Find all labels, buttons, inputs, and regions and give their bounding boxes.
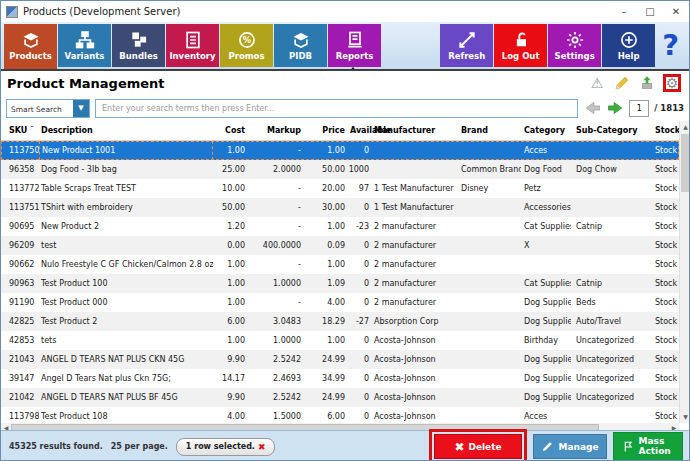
toolbar-button-variants[interactable]: Variants	[58, 24, 111, 67]
toolbar-button-log-out[interactable]: Log Out	[494, 24, 547, 67]
column-header-cost[interactable]: Cost	[213, 126, 247, 135]
table-row[interactable]: 96358Dog Food - 3lb bag25.002.000050.001…	[1, 160, 679, 179]
delete-button-label: Delete	[468, 442, 501, 452]
table-row[interactable]: 90695New Product 21.20-1.00-232 manufact…	[1, 217, 679, 236]
table-row[interactable]: 42853tets1.001.00001.000Acosta-JohnsonBi…	[1, 331, 679, 350]
scroll-down-icon[interactable]: ▼	[680, 411, 690, 423]
delete-button[interactable]: ✖ Delete	[434, 434, 522, 459]
selection-chip[interactable]: 1 row selected. ✖	[176, 438, 276, 456]
minimize-button[interactable]: –	[611, 6, 637, 17]
column-header-description[interactable]: Description	[39, 126, 213, 135]
warning-icon[interactable]: ⚠	[588, 74, 606, 92]
table-row[interactable]: 113751TShirt with embroidery50.00-30.000…	[1, 198, 679, 217]
chevron-down-icon[interactable]: ▼	[73, 100, 89, 117]
cell-category: Dog Food	[521, 160, 571, 179]
gear-icon[interactable]: ⚙	[663, 74, 681, 92]
column-header-markup[interactable]: Markup	[247, 126, 303, 135]
table-row[interactable]: 113798Test Product 1084.001.50006.000Aco…	[1, 407, 679, 423]
cell-category: Petz	[521, 179, 571, 198]
toolbar-button-refresh[interactable]: Refresh	[440, 24, 493, 67]
toolbar-button-bundles[interactable]: Bundles	[112, 24, 165, 67]
column-header-manufacturer[interactable]: Manufacturer	[371, 126, 457, 135]
table-row[interactable]: 113772Table Scraps Treat TEST10.00-20.00…	[1, 179, 679, 198]
column-header-price[interactable]: Price	[303, 126, 347, 135]
cell-sku: 39147	[1, 369, 39, 388]
table-row[interactable]: 21043ANGEL D TEARS NAT PLUS CKN 45G9.902…	[1, 350, 679, 369]
cell-price: 4.00	[303, 293, 347, 312]
table-row[interactable]: 39147Angel D Tears Nat plus Ckn 75G;14.1…	[1, 369, 679, 388]
cell-markup: 1.0000	[247, 274, 303, 293]
cell-subcategory: Catnip	[571, 217, 651, 236]
cell-price: 18.29	[303, 312, 347, 331]
table-row[interactable]: 96209test0.00400.00000.0902 manufacturer…	[1, 236, 679, 255]
table-row[interactable]: 90963Test Product 1001.001.00001.0902 ma…	[1, 274, 679, 293]
cell-price: 0.09	[303, 236, 347, 255]
toolbar-button-settings[interactable]: Settings	[548, 24, 601, 67]
maximize-button[interactable]: □	[637, 6, 663, 17]
column-header-subcategory[interactable]: Sub-Category	[571, 126, 651, 135]
toolbar-button-inventory[interactable]: Inventory	[166, 24, 219, 67]
cell-cost: 9.90	[213, 350, 247, 369]
cell-manufacturer: 2 manufacturer	[371, 293, 457, 312]
page-number-input[interactable]	[629, 100, 649, 117]
scroll-up-icon[interactable]: ▲	[680, 121, 690, 133]
previous-page-button[interactable]	[583, 101, 601, 116]
cell-category: Dog Supplies	[521, 388, 571, 407]
table-row[interactable]: 42825Test Product 26.003.048318.29-27Abs…	[1, 312, 679, 331]
table-row[interactable]: 90662Nulo Freestyle C GF Chicken/Calmon …	[1, 255, 679, 274]
cell-available: 1000	[347, 160, 371, 179]
help-question-mark[interactable]: ?	[662, 31, 679, 60]
cell-description: Nulo Freestyle C GF Chicken/Calmon 2.8 o…	[39, 255, 213, 274]
cell-sku: 42853	[1, 331, 39, 350]
page-title: Product Management	[7, 76, 165, 91]
cell-description: Dog Food - 3lb bag	[39, 160, 213, 179]
cell-subcategory: Uncategorized	[571, 331, 651, 350]
clear-selection-icon[interactable]: ✖	[258, 442, 266, 452]
cell-sku: 113750	[1, 141, 39, 160]
export-print-icon[interactable]	[638, 74, 656, 92]
table-row[interactable]: 21042ANGEL D TEARS NAT PLUS BF 45G9.902.…	[1, 388, 679, 407]
cell-description: Table Scraps Treat TEST	[39, 179, 213, 198]
pencil-icon[interactable]	[613, 74, 631, 92]
cell-subcategory: Dog Chow	[571, 160, 651, 179]
cell-manufacturer: 2 manufacturer	[371, 274, 457, 293]
vertical-scrollbar-thumb[interactable]	[681, 134, 690, 192]
cell-brand: Common Brand	[457, 160, 521, 179]
cell-price: 1.00	[303, 217, 347, 236]
close-button[interactable]: ✕	[663, 6, 689, 17]
status-bar: 45325 results found. 25 per page. 1 row …	[1, 430, 690, 461]
manage-button[interactable]: Manage	[533, 434, 607, 459]
search-input[interactable]	[95, 99, 578, 118]
vertical-scrollbar[interactable]: ▲ ▼	[679, 121, 690, 423]
toolbar-button-reports[interactable]: Reports	[328, 24, 381, 67]
cell-available: 0	[347, 331, 371, 350]
column-header-available[interactable]: Available	[347, 126, 371, 135]
cell-markup: 3.0483	[247, 312, 303, 331]
cell-stock: Stock	[651, 274, 679, 293]
toolbar-button-products[interactable]: Products	[4, 24, 57, 67]
table-row[interactable]: 91190Test Product 0001.00-4.0002 manufac…	[1, 293, 679, 312]
toolbar-button-pidb[interactable]: PIDB	[274, 24, 327, 67]
column-header-brand[interactable]: Brand	[457, 126, 521, 135]
cell-category: Dog Supplies	[521, 369, 571, 388]
table-row[interactable]: 113750New Product 10011.00-1.000AccesSto…	[1, 141, 679, 160]
cell-stock: Stock	[651, 312, 679, 331]
cell-cost: 4.00	[213, 407, 247, 423]
cell-available: 0	[347, 388, 371, 407]
toolbar-button-help[interactable]: Help	[602, 24, 655, 67]
cell-available: 0	[347, 369, 371, 388]
cell-cost: 1.00	[213, 293, 247, 312]
column-header-stock[interactable]: Stock	[651, 126, 679, 135]
cell-available: -23	[347, 217, 371, 236]
toolbar-button-promos[interactable]: %Promos	[220, 24, 273, 67]
cell-cost: 6.00	[213, 312, 247, 331]
cell-subcategory: Uncategorized	[571, 388, 651, 407]
next-page-button[interactable]	[606, 101, 624, 116]
cell-subcategory: Catnip	[571, 274, 651, 293]
column-header-category[interactable]: Category	[521, 126, 571, 135]
column-header-sku[interactable]: SKU ˆ	[1, 126, 39, 135]
products-icon	[21, 30, 41, 50]
mass-action-button[interactable]: Mass Action	[613, 432, 683, 461]
search-mode-dropdown[interactable]: Smart Search ▼	[6, 99, 90, 118]
cell-cost: 1.00	[213, 255, 247, 274]
